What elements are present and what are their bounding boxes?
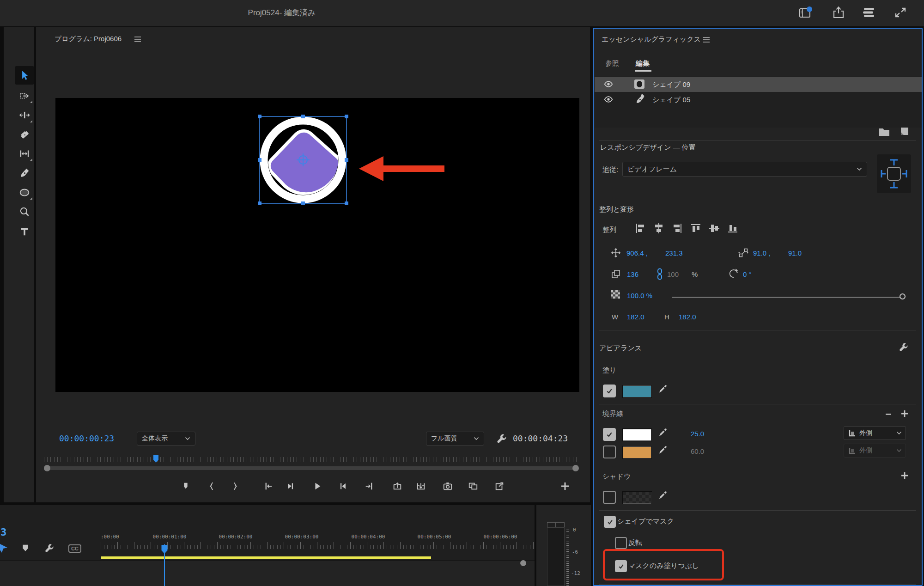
button-editor-plus[interactable]: [557, 478, 573, 494]
type-tool[interactable]: [15, 222, 34, 241]
ellipse-tool[interactable]: [15, 183, 34, 201]
go-to-out-button[interactable]: [361, 478, 377, 494]
add-shadow-button[interactable]: [900, 471, 909, 482]
shadow-color-swatch[interactable]: [622, 491, 652, 504]
visibility-eye-icon[interactable]: [604, 95, 613, 105]
slip-tool[interactable]: [15, 144, 34, 163]
fullscreen-button[interactable]: [893, 5, 908, 20]
razor-tool[interactable]: [15, 125, 34, 144]
current-timecode[interactable]: 00:00:00:23: [59, 433, 114, 443]
workspaces-button[interactable]: [861, 5, 877, 20]
appearance-settings-wrench[interactable]: [899, 342, 909, 354]
shadow-eyedropper[interactable]: [658, 490, 668, 502]
mark-in-button[interactable]: [204, 478, 220, 494]
add-stroke-button[interactable]: [900, 409, 909, 420]
follow-select[interactable]: ビデオフレーム: [622, 162, 867, 177]
invert-mask-checkbox[interactable]: [615, 537, 627, 549]
monitor-playhead[interactable]: [152, 455, 160, 464]
shadow-enabled-checkbox[interactable]: [603, 491, 616, 504]
stroke2-style-select[interactable]: 外側: [844, 444, 906, 458]
fill-mask-only-checkbox[interactable]: [615, 560, 627, 572]
settings-wrench-button[interactable]: [496, 433, 507, 446]
align-left-button[interactable]: [634, 222, 647, 235]
scrollbar-left-knob[interactable]: [44, 465, 50, 471]
zoom-level-select[interactable]: 全体表示: [137, 432, 195, 446]
align-center-horizontal-button[interactable]: [652, 222, 665, 235]
opacity-slider-knob[interactable]: [900, 293, 906, 299]
anchor-y-value[interactable]: 91.0: [788, 249, 802, 257]
remove-stroke-button[interactable]: [885, 410, 892, 420]
step-back-button[interactable]: [283, 478, 298, 494]
align-center-vertical-button[interactable]: [708, 222, 721, 235]
export-frame-button[interactable]: [440, 478, 456, 494]
anchor-x-value[interactable]: 91.0 ,: [753, 249, 771, 257]
align-top-button[interactable]: [689, 222, 702, 235]
visibility-eye-icon[interactable]: [604, 80, 613, 90]
fill-enabled-checkbox[interactable]: [603, 385, 616, 397]
tab-edit[interactable]: 編集: [636, 59, 650, 68]
scrollbar-right-knob[interactable]: [572, 465, 579, 471]
timeline-vertical-scrollbar-knob[interactable]: [520, 560, 526, 566]
timeline-settings-button[interactable]: [44, 543, 55, 555]
align-bottom-button[interactable]: [726, 222, 739, 235]
height-value[interactable]: 182.0: [679, 313, 696, 321]
timeline-marker-button[interactable]: [21, 544, 30, 554]
stroke1-eyedropper[interactable]: [658, 427, 668, 439]
mark-out-button[interactable]: [227, 478, 243, 494]
stroke2-color-swatch[interactable]: [622, 446, 652, 459]
lift-button[interactable]: [389, 478, 405, 494]
layer-row-shape09[interactable]: シェイプ 09: [595, 77, 922, 92]
fill-color-swatch[interactable]: [622, 385, 652, 398]
tab-browse[interactable]: 参照: [605, 59, 619, 68]
new-layer-button[interactable]: [900, 127, 910, 139]
timeline-timecode-partial[interactable]: 3: [0, 526, 6, 538]
layer-row-shape05[interactable]: シェイプ 05: [595, 92, 922, 107]
playback-quality-select[interactable]: フル画質: [426, 432, 484, 446]
position-x-value[interactable]: 906.4 ,: [626, 249, 648, 257]
zoom-tool[interactable]: [15, 202, 34, 221]
stroke2-width-value[interactable]: 60.0: [691, 447, 704, 455]
scale-value[interactable]: 136: [627, 270, 638, 278]
track-select-tool[interactable]: [15, 86, 34, 105]
ripple-edit-tool[interactable]: [15, 106, 34, 124]
selection-tool[interactable]: [15, 66, 34, 85]
rotation-value[interactable]: 0 °: [743, 270, 752, 278]
extract-button[interactable]: [413, 478, 429, 494]
timeline-playhead-head[interactable]: [161, 544, 168, 554]
add-marker-button[interactable]: [178, 478, 194, 494]
stroke1-color-swatch[interactable]: [622, 428, 652, 441]
panel-menu-icon[interactable]: [703, 37, 710, 45]
width-value[interactable]: 182.0: [627, 313, 644, 321]
monitor-time-ruler[interactable]: [44, 457, 579, 462]
closed-captions-badge[interactable]: CC: [68, 544, 81, 553]
monitor-scrollbar[interactable]: [44, 464, 579, 472]
fill-eyedropper[interactable]: [658, 384, 668, 396]
comparison-view-button[interactable]: [465, 478, 481, 494]
export-media-button[interactable]: [492, 478, 507, 494]
stroke1-enabled-checkbox[interactable]: [603, 428, 616, 441]
link-scale-icon[interactable]: [656, 268, 663, 282]
stroke1-width-value[interactable]: 25.0: [691, 430, 704, 438]
timeline-blue-tool-icon[interactable]: [0, 543, 9, 554]
scale-y-value[interactable]: 100: [667, 270, 679, 278]
align-right-button[interactable]: [671, 222, 684, 235]
work-area-bar[interactable]: [101, 556, 431, 559]
stroke1-style-select[interactable]: 外側: [844, 426, 906, 440]
timeline-track-area[interactable]: [0, 560, 535, 586]
position-y-value[interactable]: 231.3: [665, 249, 683, 257]
go-to-in-button[interactable]: [261, 478, 276, 494]
mask-with-shape-checkbox[interactable]: [604, 516, 616, 528]
workspace-panel-button[interactable]: [797, 5, 813, 20]
opacity-value[interactable]: 100.0 %: [627, 292, 652, 299]
pin-to-widget[interactable]: [877, 154, 911, 193]
share-button[interactable]: [831, 5, 846, 20]
play-button[interactable]: [310, 478, 325, 494]
pen-tool[interactable]: [15, 164, 34, 182]
step-forward-button[interactable]: [335, 478, 351, 494]
panel-menu-icon[interactable]: [134, 36, 141, 44]
opacity-slider-track[interactable]: [672, 297, 903, 298]
new-group-button[interactable]: [878, 127, 890, 139]
video-canvas[interactable]: [55, 98, 579, 392]
stroke2-enabled-checkbox[interactable]: [603, 446, 616, 458]
stroke2-eyedropper[interactable]: [658, 445, 668, 457]
